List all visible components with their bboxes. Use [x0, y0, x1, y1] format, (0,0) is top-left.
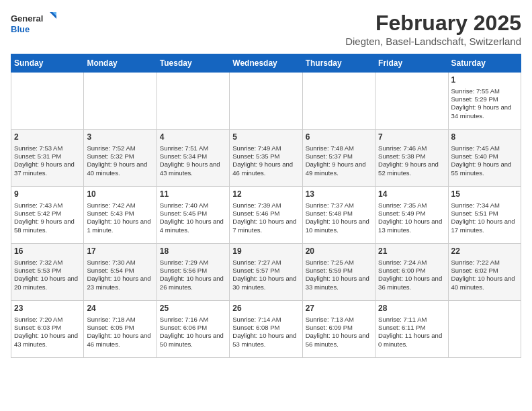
day-number: 21	[378, 246, 445, 257]
day-info: Sunrise: 7:37 AM Sunset: 5:48 PM Dayligh…	[306, 201, 372, 234]
day-number: 2	[14, 132, 81, 143]
day-number: 23	[14, 304, 81, 314]
calendar-cell: 19Sunrise: 7:27 AM Sunset: 5:57 PM Dayli…	[230, 244, 302, 301]
col-tuesday: Tuesday	[157, 54, 229, 73]
day-number: 22	[451, 246, 518, 257]
day-number: 4	[160, 132, 226, 143]
day-info: Sunrise: 7:35 AM Sunset: 5:49 PM Dayligh…	[378, 201, 445, 234]
calendar-cell: 3Sunrise: 7:52 AM Sunset: 5:32 PM Daylig…	[84, 130, 157, 187]
svg-text:Blue: Blue	[11, 24, 30, 34]
day-number: 20	[306, 246, 372, 257]
calendar-cell: 4Sunrise: 7:51 AM Sunset: 5:34 PM Daylig…	[157, 130, 229, 187]
calendar-cell: 24Sunrise: 7:18 AM Sunset: 6:05 PM Dayli…	[84, 301, 157, 358]
day-number: 16	[14, 246, 81, 257]
calendar-table: Sunday Monday Tuesday Wednesday Thursday…	[11, 54, 521, 358]
day-info: Sunrise: 7:24 AM Sunset: 6:00 PM Dayligh…	[378, 259, 445, 291]
day-number: 10	[87, 189, 153, 200]
calendar-cell	[157, 73, 229, 130]
day-number: 8	[451, 132, 518, 143]
col-wednesday: Wednesday	[230, 54, 302, 73]
calendar-week-row: 2Sunrise: 7:53 AM Sunset: 5:31 PM Daylig…	[11, 130, 521, 187]
calendar-cell	[11, 73, 84, 130]
day-number: 14	[378, 189, 445, 200]
logo: General Blue	[11, 11, 58, 36]
day-number: 9	[14, 189, 81, 200]
calendar-cell: 7Sunrise: 7:46 AM Sunset: 5:38 PM Daylig…	[375, 130, 448, 187]
calendar-cell: 17Sunrise: 7:30 AM Sunset: 5:54 PM Dayli…	[84, 244, 157, 301]
calendar-cell: 15Sunrise: 7:34 AM Sunset: 5:51 PM Dayli…	[448, 187, 521, 244]
day-info: Sunrise: 7:20 AM Sunset: 6:03 PM Dayligh…	[14, 316, 81, 349]
day-info: Sunrise: 7:52 AM Sunset: 5:32 PM Dayligh…	[87, 144, 153, 177]
calendar-week-row: 16Sunrise: 7:32 AM Sunset: 5:53 PM Dayli…	[11, 244, 521, 301]
page-subtitle: Diegten, Basel-Landschaft, Switzerland	[345, 36, 521, 47]
calendar-cell: 10Sunrise: 7:42 AM Sunset: 5:43 PM Dayli…	[84, 187, 157, 244]
calendar-cell: 21Sunrise: 7:24 AM Sunset: 6:00 PM Dayli…	[375, 244, 448, 301]
page-header: General Blue February 2025 Diegten, Base…	[11, 11, 521, 47]
calendar-cell: 6Sunrise: 7:48 AM Sunset: 5:37 PM Daylig…	[302, 130, 375, 187]
day-info: Sunrise: 7:29 AM Sunset: 5:56 PM Dayligh…	[160, 259, 226, 291]
day-number: 11	[160, 189, 226, 200]
calendar-week-row: 9Sunrise: 7:43 AM Sunset: 5:42 PM Daylig…	[11, 187, 521, 244]
day-info: Sunrise: 7:51 AM Sunset: 5:34 PM Dayligh…	[160, 144, 226, 177]
day-number: 18	[160, 246, 226, 257]
col-sunday: Sunday	[11, 54, 84, 73]
day-info: Sunrise: 7:18 AM Sunset: 6:05 PM Dayligh…	[87, 316, 153, 349]
day-info: Sunrise: 7:53 AM Sunset: 5:31 PM Dayligh…	[14, 144, 81, 177]
day-number: 24	[87, 304, 153, 314]
day-info: Sunrise: 7:27 AM Sunset: 5:57 PM Dayligh…	[232, 259, 299, 291]
calendar-cell: 27Sunrise: 7:13 AM Sunset: 6:09 PM Dayli…	[302, 301, 375, 358]
calendar-cell: 25Sunrise: 7:16 AM Sunset: 6:06 PM Dayli…	[157, 301, 229, 358]
day-number: 6	[306, 132, 372, 143]
day-info: Sunrise: 7:30 AM Sunset: 5:54 PM Dayligh…	[87, 259, 153, 291]
day-info: Sunrise: 7:25 AM Sunset: 5:59 PM Dayligh…	[306, 259, 372, 291]
calendar-cell: 8Sunrise: 7:45 AM Sunset: 5:40 PM Daylig…	[448, 130, 521, 187]
calendar-cell	[448, 301, 521, 358]
calendar-cell: 23Sunrise: 7:20 AM Sunset: 6:03 PM Dayli…	[11, 301, 84, 358]
day-number: 25	[160, 304, 226, 314]
day-number: 28	[378, 304, 445, 314]
day-info: Sunrise: 7:55 AM Sunset: 5:29 PM Dayligh…	[451, 87, 518, 120]
svg-text:General: General	[11, 13, 43, 24]
day-number: 13	[306, 189, 372, 200]
day-info: Sunrise: 7:39 AM Sunset: 5:46 PM Dayligh…	[232, 201, 299, 234]
logo-svg: General Blue	[11, 11, 58, 36]
day-info: Sunrise: 7:11 AM Sunset: 6:11 PM Dayligh…	[378, 316, 445, 349]
calendar-cell: 11Sunrise: 7:40 AM Sunset: 5:45 PM Dayli…	[157, 187, 229, 244]
calendar-cell: 14Sunrise: 7:35 AM Sunset: 5:49 PM Dayli…	[375, 187, 448, 244]
day-info: Sunrise: 7:45 AM Sunset: 5:40 PM Dayligh…	[451, 144, 518, 177]
day-number: 26	[232, 304, 299, 314]
calendar-cell: 12Sunrise: 7:39 AM Sunset: 5:46 PM Dayli…	[230, 187, 302, 244]
day-number: 17	[87, 246, 153, 257]
day-number: 27	[306, 304, 372, 314]
page-title: February 2025	[345, 11, 521, 36]
day-info: Sunrise: 7:13 AM Sunset: 6:09 PM Dayligh…	[306, 316, 372, 349]
calendar-cell: 22Sunrise: 7:22 AM Sunset: 6:02 PM Dayli…	[448, 244, 521, 301]
calendar-cell: 2Sunrise: 7:53 AM Sunset: 5:31 PM Daylig…	[11, 130, 84, 187]
calendar-cell: 9Sunrise: 7:43 AM Sunset: 5:42 PM Daylig…	[11, 187, 84, 244]
calendar-cell: 1Sunrise: 7:55 AM Sunset: 5:29 PM Daylig…	[448, 73, 521, 130]
day-info: Sunrise: 7:40 AM Sunset: 5:45 PM Dayligh…	[160, 201, 226, 234]
day-info: Sunrise: 7:42 AM Sunset: 5:43 PM Dayligh…	[87, 201, 153, 234]
calendar-cell: 18Sunrise: 7:29 AM Sunset: 5:56 PM Dayli…	[157, 244, 229, 301]
day-number: 3	[87, 132, 153, 143]
calendar-cell	[302, 73, 375, 130]
col-monday: Monday	[84, 54, 157, 73]
calendar-cell: 20Sunrise: 7:25 AM Sunset: 5:59 PM Dayli…	[302, 244, 375, 301]
day-info: Sunrise: 7:14 AM Sunset: 6:08 PM Dayligh…	[232, 316, 299, 349]
day-number: 19	[232, 246, 299, 257]
calendar-cell: 5Sunrise: 7:49 AM Sunset: 5:35 PM Daylig…	[230, 130, 302, 187]
day-number: 15	[451, 189, 518, 200]
col-thursday: Thursday	[302, 54, 375, 73]
calendar-cell	[375, 73, 448, 130]
calendar-cell: 26Sunrise: 7:14 AM Sunset: 6:08 PM Dayli…	[230, 301, 302, 358]
calendar-cell	[84, 73, 157, 130]
day-number: 5	[232, 132, 299, 143]
day-info: Sunrise: 7:43 AM Sunset: 5:42 PM Dayligh…	[14, 201, 81, 234]
calendar-week-row: 1Sunrise: 7:55 AM Sunset: 5:29 PM Daylig…	[11, 73, 521, 130]
day-info: Sunrise: 7:46 AM Sunset: 5:38 PM Dayligh…	[378, 144, 445, 177]
calendar-week-row: 23Sunrise: 7:20 AM Sunset: 6:03 PM Dayli…	[11, 301, 521, 358]
day-info: Sunrise: 7:32 AM Sunset: 5:53 PM Dayligh…	[14, 259, 81, 291]
calendar-cell: 16Sunrise: 7:32 AM Sunset: 5:53 PM Dayli…	[11, 244, 84, 301]
day-number: 12	[232, 189, 299, 200]
day-info: Sunrise: 7:22 AM Sunset: 6:02 PM Dayligh…	[451, 259, 518, 291]
